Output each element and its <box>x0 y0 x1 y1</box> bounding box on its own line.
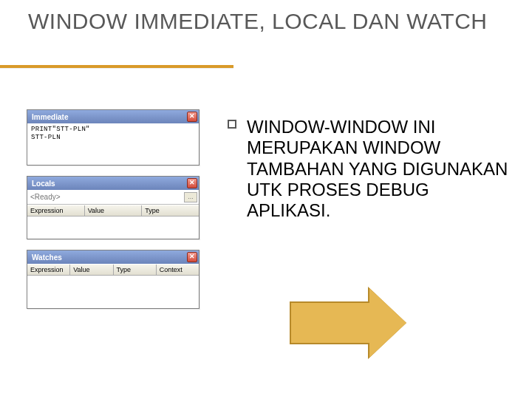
immediate-title-text: Immediate <box>32 113 68 121</box>
watches-col-expression[interactable]: Expression <box>27 265 70 275</box>
watches-title-text: Watches <box>32 253 62 262</box>
watches-panel: Watches ✕ Expression Value Type Context <box>27 250 200 309</box>
locals-titlebar: Locals ✕ <box>27 177 199 190</box>
locals-col-value[interactable]: Value <box>85 205 143 216</box>
locals-grid-header: Expression Value Type <box>27 205 199 216</box>
close-icon[interactable]: ✕ <box>187 178 197 188</box>
bullet-icon <box>228 120 236 129</box>
immediate-line-1: PRINT"STT-PLN" <box>31 126 195 134</box>
watches-col-context[interactable]: Context <box>157 265 199 275</box>
arrow-head-icon <box>369 288 406 358</box>
arrow-shaft <box>290 301 369 344</box>
immediate-body[interactable]: PRINT"STT-PLN" STT-PLN <box>27 123 199 165</box>
close-icon[interactable]: ✕ <box>187 112 197 122</box>
locals-grid-body[interactable] <box>27 216 199 239</box>
locals-col-type[interactable]: Type <box>142 205 199 216</box>
locals-ready-text: <Ready> <box>30 193 61 201</box>
arrow-shape <box>290 288 406 358</box>
slide-title: WINDOW IMMEDIATE, LOCAL DAN WATCH <box>28 9 488 35</box>
watches-grid-body[interactable] <box>27 276 199 308</box>
body-text: WINDOW-WINDOW INI MERUPAKAN WINDOW TAMBA… <box>247 117 508 220</box>
body-paragraph: WINDOW-WINDOW INI MERUPAKAN WINDOW TAMBA… <box>228 117 508 222</box>
watches-col-value[interactable]: Value <box>70 265 113 275</box>
immediate-panel: Immediate ✕ PRINT"STT-PLN" STT-PLN <box>27 109 200 166</box>
watches-titlebar: Watches ✕ <box>27 250 199 264</box>
immediate-line-2: STT-PLN <box>31 134 195 142</box>
right-column: WINDOW-WINDOW INI MERUPAKAN WINDOW TAMBA… <box>228 117 508 222</box>
locals-title-text: Locals <box>32 180 55 188</box>
title-underline <box>0 65 233 69</box>
watches-col-type[interactable]: Type <box>114 265 157 275</box>
watches-grid-header: Expression Value Type Context <box>27 264 199 276</box>
locals-ready-row[interactable]: <Ready> ... <box>27 190 199 205</box>
close-icon[interactable]: ✕ <box>187 252 197 262</box>
immediate-titlebar: Immediate ✕ <box>27 110 199 123</box>
locals-col-expression[interactable]: Expression <box>27 205 85 216</box>
left-column: Immediate ✕ PRINT"STT-PLN" STT-PLN Local… <box>27 109 200 319</box>
ellipsis-button[interactable]: ... <box>184 192 197 202</box>
locals-panel: Locals ✕ <Ready> ... Expression Value Ty… <box>27 176 200 239</box>
